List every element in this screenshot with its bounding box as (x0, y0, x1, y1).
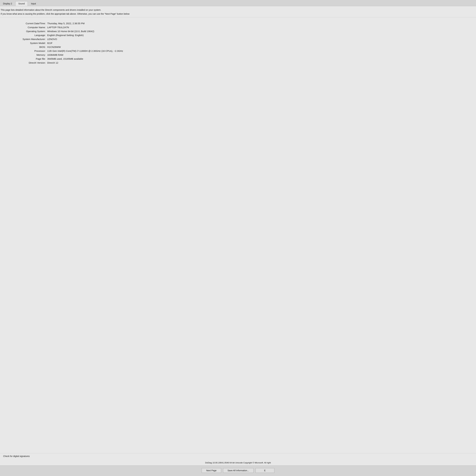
info-row: System Model:82JF (13, 42, 473, 44)
save-all-button[interactable]: Save All Information... (223, 468, 254, 473)
info-value: 82JF (47, 42, 52, 44)
description-area: This page lists detailed information abo… (0, 6, 476, 17)
info-row: Operating System:Windows 10 Home 64-bit … (13, 30, 473, 33)
info-value: 16384MB RAM (47, 53, 63, 56)
info-label: Language: (13, 34, 47, 36)
info-value: LENOVO (47, 38, 57, 40)
info-label: Page file: (13, 57, 47, 60)
info-row: System Manufacturer:LENOVO (13, 38, 473, 40)
info-row: Memory:16384MB RAM (13, 53, 473, 56)
info-label: BIOS: (13, 46, 47, 48)
info-row: Computer Name:LAPTOP-T6UL2A7N (13, 26, 473, 29)
tab-display2[interactable]: Display 2 (0, 1, 15, 6)
info-row: Language:English (Regional Setting: Engl… (13, 34, 473, 36)
tab-sound[interactable]: Sound (16, 1, 28, 6)
info-row: Page file:3945MB used, 15165MB available (13, 57, 473, 60)
signatures-area: Check for digital signatures (0, 453, 476, 459)
system-info-table: Current Date/Time:Thursday, May 5, 2022,… (13, 22, 473, 64)
info-label: Current Date/Time: (13, 22, 47, 25)
info-value: English (Regional Setting: English) (47, 34, 84, 36)
info-label: Computer Name: (13, 26, 47, 29)
main-content: Current Date/Time:Thursday, May 5, 2022,… (0, 17, 476, 453)
info-row: DirectX Version:DirectX 12 (13, 61, 473, 64)
description-line2: If you know what area is causing the pro… (1, 12, 473, 16)
info-label: System Manufacturer: (13, 38, 47, 40)
info-label: Operating System: (13, 30, 47, 33)
info-row: Processor:11th Gen Intel(R) Core(TM) i7-… (13, 50, 473, 52)
info-label: DirectX Version: (13, 61, 47, 64)
info-value: 11th Gen Intel(R) Core(TM) i7-11800H @ 2… (47, 50, 123, 52)
info-value: Thursday, May 5, 2022, 2:36:55 PM (47, 22, 85, 25)
info-label: Processor: (13, 50, 47, 52)
footer-text: DxDiag 10.00.19041.0546 64-bit Unicode C… (0, 459, 476, 465)
info-value: H1CN26WW (47, 46, 61, 48)
buttons-bar: Next Page Save All Information... E (0, 465, 476, 476)
info-row: Current Date/Time:Thursday, May 5, 2022,… (13, 22, 473, 25)
info-label: System Model: (13, 42, 47, 44)
tabs-bar: Display 2 Sound Input (0, 0, 476, 6)
info-value: 3945MB used, 15165MB available (47, 57, 83, 60)
info-value: LAPTOP-T6UL2A7N (47, 26, 69, 29)
next-page-button[interactable]: Next Page (202, 468, 221, 473)
info-label: Memory: (13, 53, 47, 56)
signatures-label: Check for digital signatures (3, 455, 30, 458)
info-value: DirectX 12 (47, 61, 58, 64)
info-value: Windows 10 Home 64-bit (10.0, Build 1904… (47, 30, 94, 33)
description-line1: This page lists detailed information abo… (1, 8, 473, 12)
exit-button[interactable]: E (255, 468, 274, 473)
info-row: BIOS:H1CN26WW (13, 46, 473, 48)
tab-input[interactable]: Input (28, 1, 39, 6)
